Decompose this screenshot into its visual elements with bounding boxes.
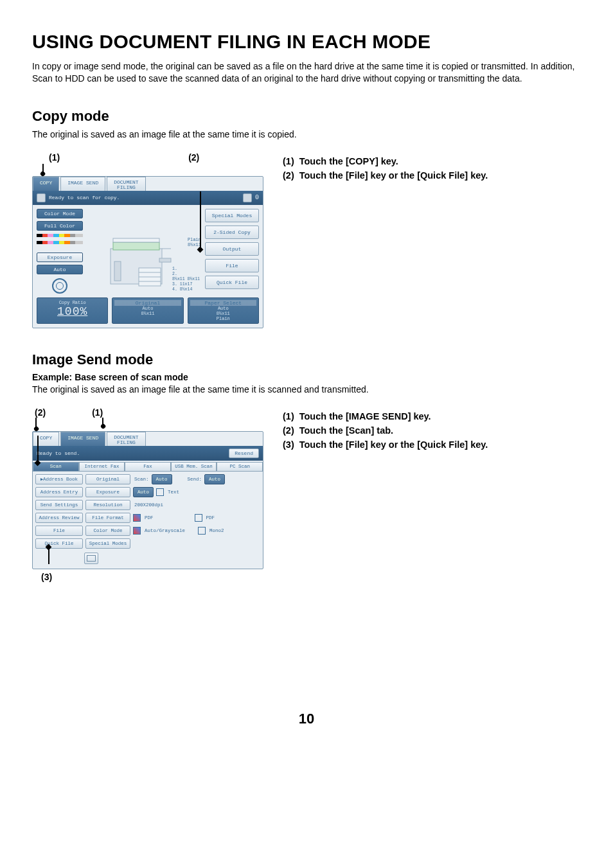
copy-ratio-box[interactable]: Copy Ratio 100% (37, 297, 108, 324)
address-review-button[interactable]: Address Review (35, 513, 83, 523)
paper-select-value: Auto (190, 306, 256, 311)
send-status-text: Ready to send. (37, 450, 80, 456)
refresh-icon[interactable] (243, 193, 252, 202)
lens-icon (52, 278, 67, 294)
copy-step2-num: (2) (283, 170, 294, 181)
image-send-heading: Image Send mode (32, 351, 581, 368)
send-step3-text: Touch the [File] key or the [Quick File]… (299, 439, 488, 450)
page-title: USING DOCUMENT FILING IN EACH MODE (32, 31, 581, 53)
exposure-text-value: Text (166, 490, 179, 495)
special-modes-button-s[interactable]: Special Modes (85, 538, 130, 549)
scan-tab-usb-mem[interactable]: USB Mem. Scan (171, 462, 217, 472)
send-file-button[interactable]: File (35, 526, 83, 536)
send-callout-1: (1) (92, 407, 103, 418)
exposure-auto-value[interactable]: Auto (133, 487, 154, 497)
pdf-mono-icon (195, 514, 202, 522)
send-step2-text: Touch the [Scan] tab. (299, 425, 393, 436)
tray-3: 8½x11 8½x11 (172, 277, 200, 282)
tray-2: 2. (172, 272, 200, 277)
address-book-button[interactable]: ▶Address Book (35, 474, 83, 484)
status-text: Ready to scan for copy. (49, 195, 120, 200)
copy-callout-2: (2) (188, 152, 199, 163)
svg-rect-4 (159, 258, 171, 262)
svg-rect-3 (114, 261, 121, 281)
color-mode-button-s[interactable]: Color Mode (85, 526, 130, 536)
paper-select-type: Plain (190, 316, 256, 321)
copy-callout-1: (1) (49, 152, 60, 163)
pdf-value-1: PDF (143, 515, 154, 520)
paper-select-size: 8½x11 (190, 311, 256, 316)
tab-image-send[interactable]: IMAGE SEND (60, 177, 105, 191)
auto-grayscale-value: Auto/Grayscale (143, 528, 185, 533)
file-button[interactable]: File (205, 259, 259, 272)
tray-1: 1. (172, 267, 200, 272)
tray-5: 4. 8½x14 (172, 287, 200, 292)
output-button[interactable]: Output (205, 242, 259, 256)
tab-document-filing[interactable]: DOCUMENT FILING (107, 177, 145, 191)
image-send-example-label: Example: Base screen of scan mode (32, 372, 581, 382)
send-step2-num: (2) (283, 425, 294, 436)
tab-copy[interactable]: COPY (33, 177, 59, 191)
tab-image-send-2[interactable]: IMAGE SEND (60, 432, 105, 446)
send-step1-num: (1) (283, 411, 294, 421)
original-label: Original (114, 300, 181, 306)
mono2-value: Mono2 (208, 528, 224, 533)
copy-mode-heading: Copy mode (32, 108, 581, 125)
copy-step1-text: Touch the [COPY] key. (299, 156, 398, 166)
send-step1-text: Touch the [IMAGE SEND] key. (299, 411, 431, 421)
scan-tab-fax[interactable]: Fax (125, 462, 171, 472)
copy-step2-text: Touch the [File] key or the [Quick File]… (299, 170, 488, 181)
resolution-value: 200X200dpi (133, 502, 163, 508)
original-box[interactable]: Original Auto 8½x11 (112, 297, 183, 324)
two-sided-copy-button[interactable]: 2-Sided Copy (205, 226, 259, 239)
copy-screenshot: (1) (2) COPY IMAGE SEND DOCUMENT FILING … (32, 152, 263, 328)
original-button-s[interactable]: Original (85, 474, 130, 484)
pdf-color-icon (133, 514, 141, 522)
quick-file-button[interactable]: Quick File (205, 276, 259, 289)
exposure-button[interactable]: Auto (37, 265, 83, 274)
image-send-screenshot: (2) (1) COPY IMAGE SEND DOCUMENT FILING … (32, 407, 263, 582)
color-mode-label: Color Mode (37, 209, 83, 218)
resend-button[interactable]: Resend (229, 448, 259, 458)
tray-top-plain: Plain (188, 237, 201, 242)
send-quick-file-button[interactable]: Quick File (35, 538, 83, 549)
scan-tab-pc-scan[interactable]: PC Scan (217, 462, 263, 472)
resolution-button-s[interactable]: Resolution (85, 500, 130, 510)
tray-4: 3. 11x17 (172, 282, 200, 287)
send-auto-value[interactable]: Auto (204, 474, 225, 484)
send-step3-num: (3) (283, 439, 294, 450)
address-entry-button[interactable]: Address Entry (35, 487, 83, 497)
text-icon (156, 488, 164, 496)
image-send-description: The original is saved as an image file a… (32, 384, 581, 396)
toner-levels-2 (37, 241, 83, 244)
preview-tool-button[interactable] (84, 553, 98, 564)
exposure-button-s[interactable]: Exposure (85, 487, 130, 497)
tab-document-filing-2[interactable]: DOCUMENT FILING (107, 432, 145, 446)
svg-rect-2 (113, 238, 159, 242)
copy-step1-num: (1) (283, 156, 294, 166)
scan-label: Scan: (133, 477, 149, 482)
paper-select-box[interactable]: Paper Select Auto 8½x11 Plain (188, 297, 259, 324)
pdf-value-2: PDF (205, 515, 215, 520)
original-value: Auto (114, 306, 181, 311)
original-size: 8½x11 (114, 311, 181, 316)
send-callout-3: (3) (41, 572, 52, 582)
copy-ratio-value: 100% (39, 305, 105, 318)
special-modes-button[interactable]: Special Modes (205, 209, 259, 222)
send-callout-2: (2) (35, 407, 46, 418)
intro-paragraph: In copy or image send mode, the original… (32, 60, 581, 85)
svg-rect-1 (113, 242, 159, 250)
send-settings-button[interactable]: Send Settings (35, 500, 83, 510)
mono2-icon (198, 527, 206, 535)
auto-grayscale-icon (133, 527, 141, 535)
scan-auto-value[interactable]: Auto (152, 474, 172, 484)
scan-tab-internet-fax[interactable]: Internet Fax (79, 462, 125, 472)
copy-mode-description: The original is saved as an image file a… (32, 128, 581, 141)
color-mode-button[interactable]: Full Color (37, 221, 83, 231)
status-count: 0 (255, 194, 259, 201)
toner-levels (37, 234, 83, 237)
paper-select-label: Paper Select (190, 300, 256, 306)
page-number: 10 (32, 711, 581, 727)
file-format-button-s[interactable]: File Format (85, 513, 130, 523)
exposure-label: Exposure (37, 252, 83, 262)
